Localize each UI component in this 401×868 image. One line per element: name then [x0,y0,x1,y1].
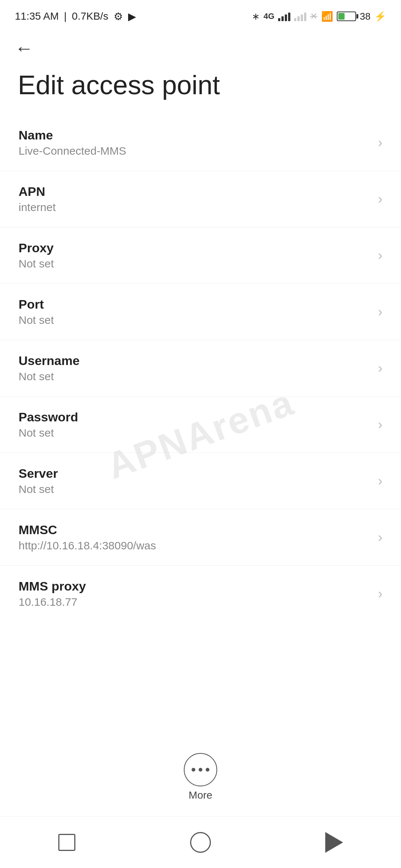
settings-value-mms-proxy: 10.16.18.77 [19,596,371,608]
status-left: 11:35 AM | 0.7KB/s ⚙ ▶ [15,10,136,23]
settings-item-port-content: Port Not set [19,297,371,326]
settings-label-password: Password [19,410,371,424]
settings-label-name: Name [19,128,371,142]
settings-value-mmsc: http://10.16.18.4:38090/was [19,539,371,552]
battery-percent: 38 [360,11,371,22]
settings-label-mms-proxy: MMS proxy [19,579,371,594]
video-icon: ▶ [128,10,136,23]
battery-fill [338,13,345,20]
nav-back-button[interactable] [319,828,349,857]
battery-box [337,11,356,21]
more-circle [184,753,217,786]
bottom-nav [0,816,401,868]
status-right: ∗ 4G ✕ 📶 38 ⚡ [252,11,386,22]
nav-home-button[interactable] [186,828,215,857]
top-nav: ← [0,30,401,67]
network-4g-icon: 4G [264,11,274,21]
settings-item-password[interactable]: Password Not set › [0,397,401,453]
settings-value-apn: internet [19,201,371,214]
page-title: Edit access point [0,67,401,115]
settings-label-username: Username [19,354,371,368]
wifi-icon: 📶 [321,11,333,22]
settings-item-server[interactable]: Server Not set › [0,453,401,509]
charging-icon: ⚡ [374,11,386,22]
settings-value-port: Not set [19,314,371,326]
settings-item-mmsc[interactable]: MMSC http://10.16.18.4:38090/was › [0,509,401,566]
home-icon [190,832,211,853]
settings-item-port[interactable]: Port Not set › [0,284,401,340]
chevron-right-server: › [378,473,382,489]
settings-item-mms-proxy[interactable]: MMS proxy 10.16.18.77 › [0,566,401,622]
back-icon [325,832,343,853]
more-label: More [189,789,212,801]
settings-item-username[interactable]: Username Not set › [0,340,401,397]
settings-item-proxy-content: Proxy Not set [19,241,371,270]
chevron-right-port: › [378,304,382,320]
settings-value-username: Not set [19,370,371,383]
time-display: 11:35 AM [15,10,59,22]
settings-value-server: Not set [19,483,371,496]
settings-list: Name Live-Connected-MMS › APN internet ›… [0,115,401,622]
settings-icon: ⚙ [114,10,123,23]
bluetooth-icon: ∗ [252,11,260,22]
settings-item-proxy[interactable]: Proxy Not set › [0,227,401,284]
settings-item-password-content: Password Not set [19,410,371,439]
battery-container [337,11,356,21]
chevron-right-mmsc: › [378,530,382,545]
chevron-right-proxy: › [378,248,382,263]
settings-item-apn-content: APN internet [19,184,371,214]
no-signal-icon: ✕ [310,11,317,22]
settings-item-name[interactable]: Name Live-Connected-MMS › [0,115,401,171]
settings-item-mms-proxy-content: MMS proxy 10.16.18.77 [19,579,371,608]
speed-value: 0.7KB/s [72,10,108,22]
settings-label-server: Server [19,466,371,481]
chevron-right-apn: › [378,191,382,207]
status-bar: 11:35 AM | 0.7KB/s ⚙ ▶ ∗ 4G ✕ 📶 38 ⚡ [0,0,401,30]
chevron-right-username: › [378,361,382,376]
chevron-right-name: › [378,135,382,151]
dot-1 [192,768,195,772]
nav-recents-button[interactable] [52,828,82,857]
settings-item-apn[interactable]: APN internet › [0,171,401,227]
settings-label-apn: APN [19,184,371,199]
signal-bars-1 [278,11,290,21]
speed-display: | [64,10,66,22]
recents-icon [58,834,75,851]
dot-2 [199,768,202,772]
dot-3 [206,768,209,772]
settings-label-port: Port [19,297,371,312]
chevron-right-password: › [378,417,382,433]
more-dots [192,768,209,772]
settings-value-name: Live-Connected-MMS [19,145,371,157]
settings-value-proxy: Not set [19,257,371,270]
settings-label-proxy: Proxy [19,241,371,255]
settings-value-password: Not set [19,427,371,439]
settings-item-mmsc-content: MMSC http://10.16.18.4:38090/was [19,523,371,552]
settings-label-mmsc: MMSC [19,523,371,537]
back-button[interactable]: ← [15,39,33,57]
settings-item-username-content: Username Not set [19,354,371,383]
more-button[interactable]: More [184,753,217,801]
settings-item-name-content: Name Live-Connected-MMS [19,128,371,157]
settings-item-server-content: Server Not set [19,466,371,496]
chevron-right-mms-proxy: › [378,586,382,602]
signal-bars-2 [294,11,306,21]
